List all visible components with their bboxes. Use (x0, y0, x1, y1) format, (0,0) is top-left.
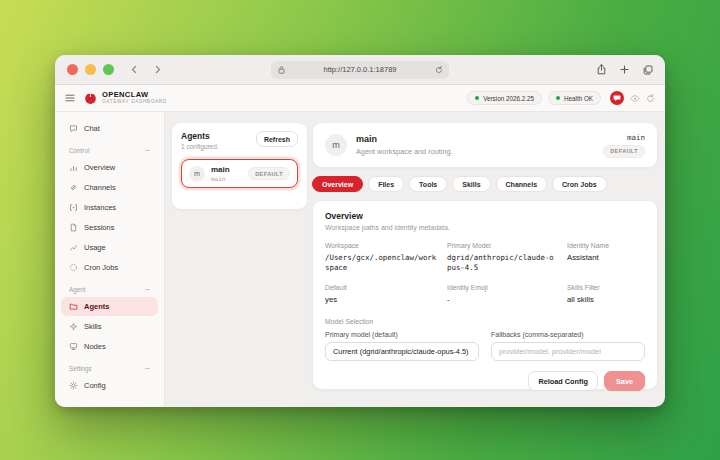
agent-list-item-main[interactable]: m main main DEFAULT (181, 159, 298, 188)
agents-panel: Agents 1 configured. Refresh m main main… (171, 122, 308, 210)
share-icon[interactable] (597, 64, 606, 75)
back-button[interactable] (130, 65, 138, 74)
brand-name: OPENCLAW (102, 91, 167, 99)
tab-cron-jobs[interactable]: Cron Jobs (552, 176, 607, 192)
sidebar-item-nodes[interactable]: Nodes (61, 337, 158, 356)
lock-icon (278, 66, 285, 74)
browser-window: http://127.0.0.1:18789 OPENCLAW (55, 55, 665, 407)
section-collapse-icon (145, 289, 150, 290)
reload-icon[interactable] (435, 66, 443, 74)
sidebar: Chat Control Overview Channels (55, 112, 165, 407)
brand-block: OPENCLAW GATEWAY DASHBOARD (102, 91, 167, 105)
tab-files[interactable]: Files (368, 176, 404, 192)
sidebar-item-instances[interactable]: Instances (61, 198, 158, 217)
health-status-dot (556, 96, 560, 100)
avatar: m (325, 134, 347, 156)
eye-icon[interactable] (630, 95, 640, 102)
browser-chrome: http://127.0.0.1:18789 (55, 55, 665, 85)
openclaw-logo-icon (84, 92, 97, 105)
sidebar-item-skills[interactable]: Skills (61, 317, 158, 336)
version-status-dot (475, 96, 479, 100)
default-badge: DEFAULT (603, 145, 645, 158)
menu-icon[interactable] (65, 94, 75, 102)
usage-chart-icon (69, 243, 78, 252)
fallbacks-label: Fallbacks (comma-separated) (491, 331, 645, 338)
brand-subtitle: GATEWAY DASHBOARD (102, 99, 167, 104)
reload-config-button[interactable]: Reload Config (528, 371, 597, 391)
field-identity-emoji: Identity Emoji - (447, 284, 557, 306)
sidebar-section-control[interactable]: Control (69, 147, 150, 154)
section-collapse-icon (145, 368, 150, 369)
close-window-button[interactable] (67, 64, 78, 75)
primary-model-label: Primary model (default) (325, 331, 479, 338)
agent-tabs: Overview Files Tools Skills Channels Cro… (312, 176, 658, 192)
version-badge: Version 2026.2.25 (467, 91, 542, 105)
minimize-window-button[interactable] (85, 64, 96, 75)
field-skills-filter: Skills Filter all skills (567, 284, 645, 306)
window-controls (67, 64, 114, 75)
fallbacks-input[interactable] (491, 342, 645, 361)
sidebar-item-usage[interactable]: Usage (61, 238, 158, 257)
forward-button[interactable] (154, 65, 162, 74)
overview-subtitle: Workspace paths and identity metadata. (325, 224, 645, 231)
tab-overview-icon[interactable] (643, 65, 653, 75)
sidebar-item-chat[interactable]: Chat (61, 119, 158, 138)
sparkle-icon (69, 322, 78, 331)
monitor-icon (69, 342, 78, 351)
field-identity-name: Identity Name Assistant (567, 242, 645, 273)
bar-chart-icon (69, 163, 78, 172)
overview-card: Overview Workspace paths and identity me… (312, 200, 658, 390)
tab-tools[interactable]: Tools (409, 176, 447, 192)
avatar: m (189, 166, 205, 182)
refresh-icon[interactable] (646, 94, 655, 103)
agent-id: main (627, 133, 645, 142)
instances-icon (69, 203, 78, 212)
chat-bubble-button[interactable] (610, 91, 624, 105)
default-badge: DEFAULT (248, 167, 290, 180)
field-default: Default yes (325, 284, 437, 306)
cron-loader-icon (69, 263, 78, 272)
zoom-window-button[interactable] (103, 64, 114, 75)
agent-id: main (211, 175, 230, 182)
sidebar-section-agent[interactable]: Agent (69, 286, 150, 293)
folder-icon (69, 302, 78, 311)
tab-overview[interactable]: Overview (312, 176, 363, 192)
agents-panel-title: Agents (181, 131, 219, 141)
sidebar-item-cron-jobs[interactable]: Cron Jobs (61, 258, 158, 277)
gear-icon (69, 381, 78, 390)
agent-title: main (356, 134, 453, 144)
model-selection-label: Model Selection (325, 318, 645, 325)
refresh-button[interactable]: Refresh (256, 131, 298, 147)
agent-header-card: m main Agent workspace and routing. main… (312, 122, 658, 168)
chat-icon (69, 124, 78, 133)
section-collapse-icon (145, 150, 150, 151)
save-button[interactable]: Save (604, 371, 645, 391)
app-header: OPENCLAW GATEWAY DASHBOARD Version 2026.… (55, 85, 665, 112)
agent-name: main (211, 165, 230, 174)
sidebar-item-agents[interactable]: Agents (61, 297, 158, 316)
sidebar-item-channels[interactable]: Channels (61, 178, 158, 197)
file-icon (69, 223, 78, 232)
field-primary-model: Primary Model dgrid/anthropic/claude-opu… (447, 242, 557, 273)
sidebar-item-sessions[interactable]: Sessions (61, 218, 158, 237)
link-icon (69, 183, 78, 192)
address-bar[interactable]: http://127.0.0.1:18789 (271, 61, 449, 79)
tab-channels[interactable]: Channels (496, 176, 548, 192)
sidebar-section-settings[interactable]: Settings (69, 365, 150, 372)
new-tab-icon[interactable] (620, 65, 629, 74)
overview-title: Overview (325, 211, 645, 221)
agent-subtitle: Agent workspace and routing. (356, 147, 453, 156)
sidebar-item-config[interactable]: Config (61, 376, 158, 395)
primary-model-select[interactable]: Current (dgrid/anthropic/claude-opus-4.5… (325, 342, 479, 361)
url-text: http://127.0.0.1:18789 (324, 65, 397, 74)
agents-count: 1 configured. (181, 143, 219, 150)
field-workspace: Workspace /Users/gcx/.openclaw/workspace (325, 242, 437, 273)
health-badge: Health OK (548, 91, 601, 105)
overview-grid: Workspace /Users/gcx/.openclaw/workspace… (325, 242, 645, 305)
tab-skills[interactable]: Skills (452, 176, 490, 192)
sidebar-item-overview[interactable]: Overview (61, 158, 158, 177)
main-area: Agents 1 configured. Refresh m main main… (165, 112, 665, 407)
